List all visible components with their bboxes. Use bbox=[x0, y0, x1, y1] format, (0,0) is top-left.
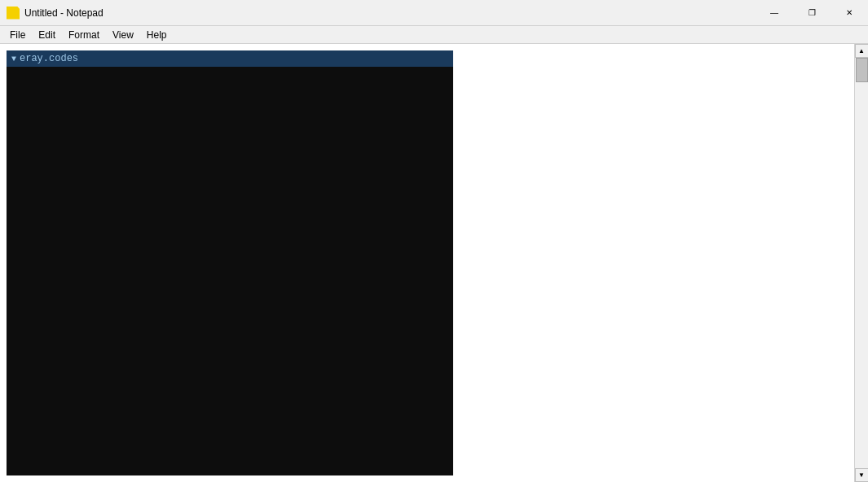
title-bar-controls: — ❐ ✕ bbox=[756, 0, 868, 26]
restore-button[interactable]: ❐ bbox=[793, 0, 831, 26]
window-scrollbar: ▲ ▼ bbox=[854, 44, 868, 482]
minimize-button[interactable]: — bbox=[756, 0, 793, 26]
dropdown-arrow-icon: ▼ bbox=[11, 55, 16, 64]
menu-item-file[interactable]: File bbox=[3, 26, 32, 44]
scroll-track bbox=[855, 58, 869, 468]
close-button[interactable]: ✕ bbox=[831, 0, 868, 26]
title-bar: Untitled - Notepad — ❐ ✕ bbox=[0, 0, 868, 26]
notepad-editor: ▼ eray.codes bbox=[7, 50, 453, 475]
autocomplete-text: eray.codes bbox=[20, 53, 78, 64]
menu-bar: File Edit Format View Help bbox=[0, 26, 868, 44]
window-title: Untitled - Notepad bbox=[24, 7, 104, 19]
scroll-thumb[interactable] bbox=[856, 58, 868, 82]
notepad-icon bbox=[7, 7, 20, 20]
main-content: ▼ eray.codes ▲ ▼ bbox=[0, 44, 868, 482]
title-bar-left: Untitled - Notepad bbox=[7, 7, 104, 20]
autocomplete-dropdown[interactable]: ▼ eray.codes bbox=[7, 50, 453, 67]
app-icon bbox=[7, 7, 20, 20]
scroll-down-button[interactable]: ▼ bbox=[855, 468, 869, 482]
menu-item-view[interactable]: View bbox=[106, 26, 140, 44]
scroll-up-button[interactable]: ▲ bbox=[855, 44, 869, 58]
right-panel bbox=[453, 44, 854, 482]
menu-item-format[interactable]: Format bbox=[62, 26, 106, 44]
menu-item-edit[interactable]: Edit bbox=[32, 26, 62, 44]
menu-item-help[interactable]: Help bbox=[140, 26, 174, 44]
editor-textarea[interactable] bbox=[7, 67, 453, 475]
